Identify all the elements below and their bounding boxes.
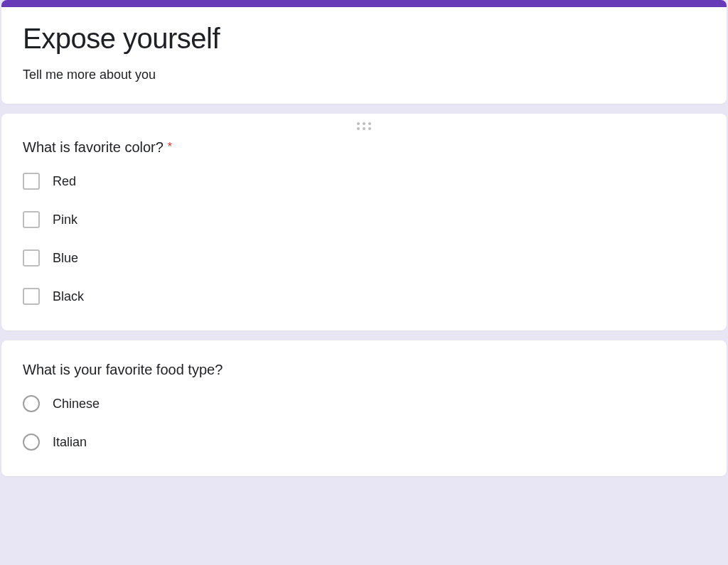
checkbox-blue[interactable] <box>23 249 40 267</box>
options-list: Chinese Italian <box>23 395 705 451</box>
radio-chinese[interactable] <box>23 395 40 412</box>
options-list: Red Pink Blue Black <box>23 173 705 305</box>
option-label: Pink <box>53 212 77 227</box>
option-row: Red <box>23 173 705 190</box>
checkbox-pink[interactable] <box>23 211 40 228</box>
checkbox-red[interactable] <box>23 173 40 190</box>
required-asterisk-icon: * <box>168 141 172 154</box>
question-title: What is favorite color? <box>23 139 164 156</box>
form-description: Tell me more about you <box>23 68 705 82</box>
form-header-card: Expose yourself Tell me more about you <box>1 0 727 104</box>
option-row: Chinese <box>23 395 705 412</box>
option-row: Italian <box>23 434 705 451</box>
form-title: Expose yourself <box>23 23 705 55</box>
question-title-row: What is favorite color? * <box>23 139 705 156</box>
option-label: Chinese <box>53 397 100 411</box>
question-title-row: What is your favorite food type? <box>23 362 705 378</box>
question-card-color: What is favorite color? * Red Pink Blue … <box>1 114 727 330</box>
option-label: Black <box>53 289 84 304</box>
checkbox-black[interactable] <box>23 288 40 305</box>
drag-handle-icon[interactable] <box>354 119 374 133</box>
option-row: Blue <box>23 249 705 267</box>
question-title: What is your favorite food type? <box>23 362 223 378</box>
option-label: Italian <box>53 435 87 450</box>
radio-italian[interactable] <box>23 434 40 451</box>
option-row: Pink <box>23 211 705 228</box>
option-label: Blue <box>53 251 78 266</box>
question-card-food: What is your favorite food type? Chinese… <box>1 340 727 476</box>
option-label: Red <box>53 174 76 189</box>
option-row: Black <box>23 288 705 305</box>
